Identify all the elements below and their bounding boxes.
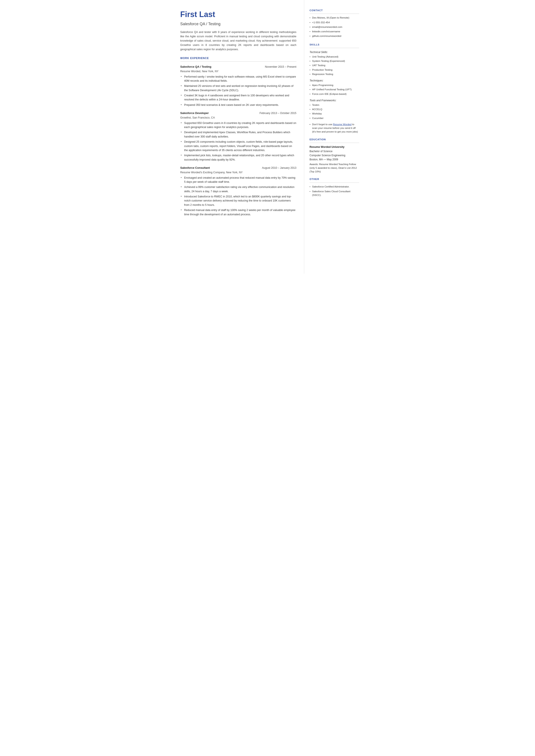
other-item-1: Salesforce Certified Administrator. xyxy=(310,185,359,188)
bullet-2-1: Supported 650 Growthsi users in 8 countr… xyxy=(180,121,296,129)
edu-date: Boston, MA — May 2009 xyxy=(310,157,359,161)
job-company-1: Resume Worded, New York, NY xyxy=(180,70,296,73)
skill-testim: Testim xyxy=(310,103,359,107)
bullet-3-3: Introduced Salesforce to RWEC in 2010, w… xyxy=(180,195,296,207)
bullet-3-2: Achieved a 99% customer satisfaction rat… xyxy=(180,185,296,193)
job-bullets-3: Envisaged and created an automated proce… xyxy=(180,176,296,216)
bullet-1-4: Prepared 350 test scenarios & test cases… xyxy=(180,103,296,107)
skill-cucumber: Cucumber xyxy=(310,116,359,120)
job-title-3: Salesforce Consultant xyxy=(180,166,210,170)
skills-list-tools: Testim ACCELQ Workday Cucumber xyxy=(310,103,359,120)
skill-workday: Workday xyxy=(310,112,359,116)
contact-phone: +1-555-332-454 xyxy=(310,21,359,24)
bullet-3-1: Envisaged and created an automated proce… xyxy=(180,176,296,184)
contact-github: github.com/resumeworded xyxy=(310,34,359,38)
skill-regression-testing: Regression Testing xyxy=(310,72,359,76)
edu-awards: Awards: Resume Worded Teaching Fellow (o… xyxy=(310,162,359,174)
other-divider xyxy=(310,182,359,183)
skill-system-testing: System Testing (Experienced) xyxy=(310,59,359,63)
job-dates-3: August 2010 – January 2013 xyxy=(262,166,296,170)
job-block-1: Salesforce QA / Testing November 2015 – … xyxy=(180,65,296,107)
education-heading: EDUCATION xyxy=(310,138,359,141)
left-column: First Last Salesforce QA / Testing Sales… xyxy=(171,0,304,274)
contact-email: email@resumeworded.com xyxy=(310,25,359,29)
right-column: CONTACT Des Moines, IA (Open to Remote) … xyxy=(304,0,365,274)
bullet-3-4: Reduced manual data entry of staff by 10… xyxy=(180,208,296,216)
edu-institution: Resume Worded University xyxy=(310,145,359,149)
contact-linkedin: linkedin.com/in/username xyxy=(310,30,359,33)
resume-worded-link[interactable]: Resume Worded xyxy=(333,123,352,126)
bullet-2-3: Designed 25 components including custom … xyxy=(180,140,296,153)
skills-cat-techniques-label: Techniques: xyxy=(310,79,359,83)
job-dates-2: February 2013 – October 2015 xyxy=(260,111,296,115)
job-bullets-1: Performed sanity / smoke testing for eac… xyxy=(180,75,296,107)
skills-divider xyxy=(310,48,359,48)
work-experience-heading: WORK EXPERIENCE xyxy=(180,56,296,60)
candidate-name: First Last xyxy=(180,9,296,20)
skills-heading: SKILLS xyxy=(310,43,359,46)
contact-location: Des Moines, IA (Open to Remote) xyxy=(310,16,359,20)
skill-uat-testing: UAT Testing xyxy=(310,64,359,67)
other-heading: OTHER xyxy=(310,177,359,181)
work-experience-divider xyxy=(180,61,296,62)
resume-page: First Last Salesforce QA / Testing Sales… xyxy=(171,0,365,274)
skills-cat-technical-label: Technical Skills: xyxy=(310,50,359,54)
bullet-1-2: Maintained 25 versions of test sets and … xyxy=(180,84,296,93)
job-title-2: Salesforce Developer xyxy=(180,111,209,115)
skill-apex: Apex Programming xyxy=(310,83,359,87)
job-company-2: Growthsi, San Francisco, CA xyxy=(180,116,296,120)
edu-field: Computer Science Engineering xyxy=(310,154,359,157)
edu-degree: Bachelor of Science xyxy=(310,149,359,153)
contact-list: Des Moines, IA (Open to Remote) +1-555-3… xyxy=(310,16,359,38)
job-header-2: Salesforce Developer February 2013 – Oct… xyxy=(180,111,296,115)
bullet-2-2: Developed and implemented Apex Classes, … xyxy=(180,130,296,139)
job-header-1: Salesforce QA / Testing November 2015 – … xyxy=(180,65,296,69)
skill-production-testing: Production Testing xyxy=(310,68,359,72)
bullet-1-1: Performed sanity / smoke testing for eac… xyxy=(180,75,296,83)
contact-heading: CONTACT xyxy=(310,9,359,12)
job-header-3: Salesforce Consultant August 2010 – Janu… xyxy=(180,166,296,170)
job-dates-1: November 2015 – Present xyxy=(265,65,296,69)
bullet-1-3: Created 3K bugs in 4 sandboxes and assig… xyxy=(180,94,296,102)
education-divider xyxy=(310,143,359,143)
job-company-3: Resume Worded's Exciting Company, New Yo… xyxy=(180,170,296,175)
bullet-2-4: Implemented pick lists, lookups, master-… xyxy=(180,154,296,162)
skill-hpuft: HP Unified Functional Testing (UFT) xyxy=(310,88,359,91)
candidate-summary: Salesforce QA and tester with 9 years of… xyxy=(180,30,296,51)
job-block-2: Salesforce Developer February 2013 – Oct… xyxy=(180,111,296,162)
skills-cat-tools-label: Tools and Frameworks: xyxy=(310,98,359,102)
job-bullets-2: Supported 650 Growthsi users in 8 countr… xyxy=(180,121,296,162)
skills-list-technical: Unit Testing (Advanced) System Testing (… xyxy=(310,55,359,76)
skill-accelq: ACCELQ xyxy=(310,107,359,111)
skills-list-techniques: Apex Programming HP Unified Functional T… xyxy=(310,83,359,96)
contact-divider xyxy=(310,14,359,14)
other-item-2: Salesforce Sales Cloud Consultant (SSCC)… xyxy=(310,190,359,197)
resume-worded-note: Don't forget to use Resume Worded to sca… xyxy=(310,123,359,134)
skill-forcecom: Force.com IDE (Eclipse-based) xyxy=(310,92,359,96)
skill-unit-testing: Unit Testing (Advanced) xyxy=(310,55,359,59)
candidate-title: Salesforce QA / Testing xyxy=(180,21,296,27)
job-block-3: Salesforce Consultant August 2010 – Janu… xyxy=(180,166,296,216)
other-list: Salesforce Certified Administrator. Sale… xyxy=(310,185,359,197)
job-title-1: Salesforce QA / Testing xyxy=(180,65,211,69)
